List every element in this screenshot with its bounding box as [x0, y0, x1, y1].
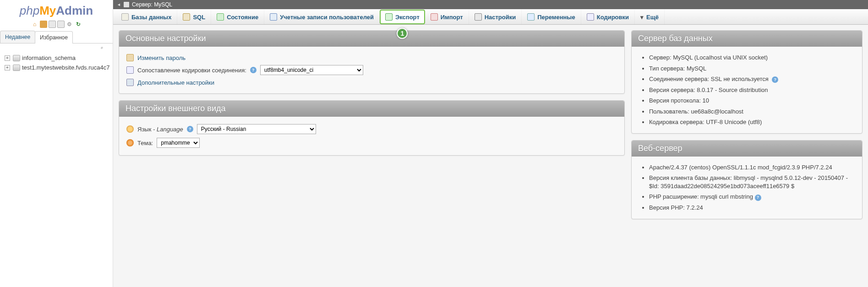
reload-icon[interactable]: ↻ [75, 21, 82, 28]
back-arrow-icon[interactable]: ◄ [117, 2, 121, 7]
logo[interactable]: phpMyAdmin [0, 0, 113, 20]
sql-icon [183, 13, 190, 21]
expand-icon[interactable]: + [5, 55, 10, 61]
sidebar-tabs: Недавнее Избранное [0, 31, 113, 43]
help-icon[interactable]: ? [250, 67, 257, 73]
info-item: Пользователь: ue68a8c@localhost [649, 106, 855, 117]
tree-item-label: information_schema [22, 54, 76, 61]
tree-item[interactable]: + information_schema [5, 53, 113, 63]
tab-status[interactable]: Состояние [211, 10, 264, 24]
tab-label: Учетные записи пользователей [280, 14, 374, 21]
tab-charsets[interactable]: Кодировки [581, 10, 635, 24]
tab-export[interactable]: Экспорт [380, 10, 425, 24]
sql-docs-icon[interactable] [57, 21, 65, 28]
expand-icon[interactable]: + [5, 65, 10, 70]
databases-icon [121, 13, 129, 21]
help-icon[interactable]: ? [755, 195, 761, 201]
panel-web-server: Веб-сервер Apache/2.4.37 (centos) OpenSS… [631, 140, 863, 219]
help-icon[interactable]: ? [772, 76, 778, 83]
logo-my: My [39, 4, 56, 17]
info-item: Кодировка сервера: UTF-8 Unicode (utf8) [649, 117, 855, 128]
collation-label: Сопоставление кодировки соединения: [137, 67, 246, 74]
panel-appearance: Настройки внешнего вида Язык - Language … [119, 100, 625, 156]
logout-icon[interactable] [40, 21, 47, 28]
tab-databases[interactable]: Базы данных [116, 10, 177, 24]
wrench-icon [126, 79, 134, 86]
status-icon [217, 13, 224, 21]
panel-title: Основные настройки [119, 31, 624, 47]
charsets-icon [587, 13, 594, 21]
language-select[interactable]: Русский - Russian [197, 124, 316, 134]
tab-label: Экспорт [395, 14, 420, 21]
collation-select[interactable]: utf8mb4_unicode_ci [260, 65, 363, 75]
collapse-icon[interactable]: ⚭ [0, 43, 113, 51]
panel-general-settings: Основные настройки Изменить пароль Сопос… [119, 30, 625, 94]
tab-settings[interactable]: Настройки [469, 10, 522, 24]
info-item: Соединение сервера: SSL не используется … [649, 74, 855, 85]
panel-title: Веб-сервер [632, 141, 862, 157]
theme-icon [126, 139, 134, 146]
more-icon: ▾ [640, 14, 644, 21]
logo-php: php [20, 4, 39, 17]
variables-icon [527, 13, 535, 21]
language-label: Язык - Language [137, 126, 183, 133]
tab-label: SQL [193, 14, 205, 21]
info-item: PHP расширение: mysqli curl mbstring ? [649, 191, 855, 202]
import-icon [431, 13, 438, 21]
tab-label: Ещё [646, 14, 659, 21]
topmenu: Базы данных SQL Состояние Учетные записи… [113, 9, 868, 25]
sidebar-quicklinks: ⌂ ⚙ ↻ [0, 20, 113, 31]
breadcrumb-header: ◄ Сервер: MySQL [113, 0, 868, 9]
export-icon [385, 13, 393, 21]
tab-label: Базы данных [131, 14, 171, 21]
tab-favorites[interactable]: Избранное [35, 31, 73, 43]
panel-title: Настройки внешнего вида [119, 101, 624, 117]
change-password-link[interactable]: Изменить пароль [137, 54, 186, 61]
sidebar: phpMyAdmin ⌂ ⚙ ↻ Недавнее Избранное ⚭ + … [0, 0, 113, 287]
db-tree: + information_schema + test1.mytestwebsi… [0, 51, 113, 72]
more-settings-link[interactable]: Дополнительные настройки [137, 79, 214, 86]
panel-db-server: Сервер баз данных Сервер: MySQL (Localho… [631, 30, 863, 134]
language-icon [126, 125, 134, 133]
tab-recent[interactable]: Недавнее [0, 31, 35, 43]
database-icon [13, 65, 20, 71]
tab-label: Кодировки [597, 14, 629, 21]
settings-icon[interactable]: ⚙ [66, 21, 73, 28]
callout-1: 1 [397, 28, 408, 39]
info-item: Apache/2.4.37 (centos) OpenSSL/1.1.1c mo… [649, 162, 855, 173]
users-icon [270, 13, 277, 21]
server-icon [124, 2, 129, 7]
tab-more[interactable]: ▾Ещё [635, 10, 665, 24]
theme-label: Тема: [137, 140, 153, 146]
info-item: Тип сервера: MySQL [649, 63, 855, 74]
tab-import[interactable]: Импорт [425, 10, 469, 24]
tab-sql[interactable]: SQL [177, 10, 211, 24]
info-item: Версия сервера: 8.0.17 - Source distribu… [649, 85, 855, 96]
help-icon[interactable]: ? [187, 126, 193, 132]
lock-icon [126, 54, 134, 61]
info-item: Сервер: MySQL (Localhost via UNIX socket… [649, 52, 855, 63]
tree-item-label: test1.mytestwebsite.fvds.ruca4c7 [22, 64, 109, 71]
tab-users[interactable]: Учетные записи пользователей [264, 10, 380, 24]
panel-title: Сервер баз данных [632, 31, 862, 47]
info-item: Версия PHP: 7.2.24 [649, 202, 855, 213]
home-icon[interactable]: ⌂ [31, 21, 38, 28]
tab-label: Переменные [537, 14, 575, 21]
info-item: Версия протокола: 10 [649, 95, 855, 106]
info-item: Версия клиента базы данных: libmysql - m… [649, 173, 855, 191]
server-breadcrumb[interactable]: Сервер: MySQL [132, 1, 172, 8]
tab-label: Состояние [227, 14, 258, 21]
tree-item[interactable]: + test1.mytestwebsite.fvds.ruca4c7 [5, 63, 113, 72]
settings-tab-icon [475, 13, 482, 21]
database-icon [13, 55, 20, 61]
tab-label: Импорт [441, 14, 463, 21]
docs-icon[interactable] [49, 21, 56, 28]
theme-select[interactable]: pmahomme [157, 138, 200, 148]
charset-icon [126, 66, 134, 74]
logo-admin: Admin [56, 4, 93, 17]
tab-label: Настройки [485, 14, 516, 21]
main: ◄ Сервер: MySQL Базы данных SQL Состояни… [113, 0, 868, 287]
tab-variables[interactable]: Переменные [522, 10, 581, 24]
